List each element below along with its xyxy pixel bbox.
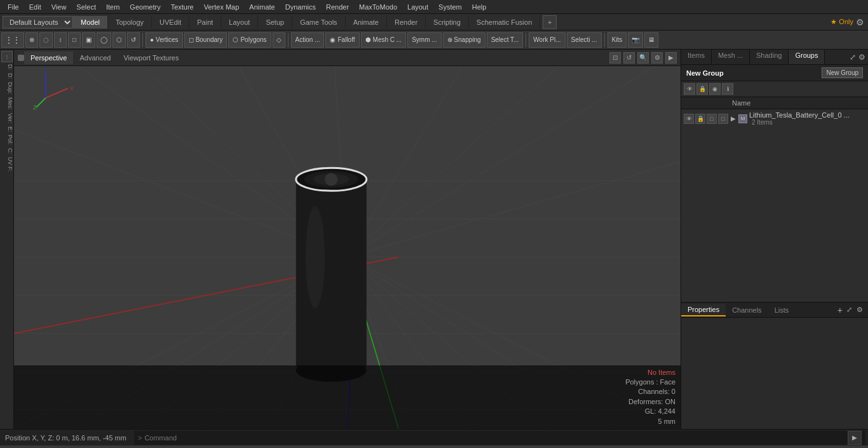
group-check-btn[interactable]: □ (707, 114, 717, 124)
command-input[interactable] (144, 434, 846, 442)
boundary-btn[interactable]: ◻ Boundary (184, 32, 227, 48)
selectt-btn[interactable]: Select T... (487, 32, 524, 48)
menu-render[interactable]: Render (321, 2, 354, 12)
rp-settings-icon[interactable]: ⚙ (858, 53, 865, 62)
bp-expand-icon[interactable]: ⤢ (846, 306, 852, 314)
tool-box2[interactable]: ▣ (82, 32, 95, 48)
menu-edit[interactable]: Edit (24, 2, 46, 12)
tab-model[interactable]: Model (73, 16, 108, 29)
viewport-canvas[interactable]: X Y Z No Items Polygons : Face Channels:… (14, 66, 681, 429)
sidebar-label-pol[interactable]: Pol: (1, 133, 13, 146)
menu-item[interactable]: Item (101, 2, 125, 12)
menu-help[interactable]: Help (467, 2, 492, 12)
sidebar-expand[interactable]: ⋮ (1, 51, 13, 62)
vertices-btn[interactable]: ● Vertices (146, 32, 183, 48)
menu-layout[interactable]: Layout (402, 2, 433, 12)
group-check2-btn[interactable]: □ (718, 114, 728, 124)
group-expand-icon[interactable]: ▶ (731, 115, 738, 122)
bp-add-btn[interactable]: + (837, 305, 843, 315)
menu-maxtomodo[interactable]: MaxToModo (354, 2, 402, 12)
gp-eye-btn[interactable]: 👁 (684, 83, 695, 95)
snapping-btn[interactable]: ⊕ Snapping (443, 32, 485, 48)
menu-dynamics[interactable]: Dynamics (280, 2, 321, 12)
new-group-button[interactable]: New Group (822, 67, 863, 78)
sidebar-label-d1[interactable]: D: (1, 63, 13, 71)
tab-gametools[interactable]: Game Tools (292, 16, 346, 29)
tab-scripting[interactable]: Scripting (426, 16, 469, 29)
group-lock-btn[interactable]: 🔒 (695, 114, 705, 124)
menu-system[interactable]: System (433, 2, 467, 12)
menu-animate[interactable]: Animate (244, 2, 280, 12)
gp-info-btn[interactable]: ℹ (722, 83, 733, 95)
rp-tab-groups[interactable]: Groups (789, 50, 825, 64)
rp-tab-shading[interactable]: Shading (750, 50, 789, 64)
bp-tab-lists[interactable]: Lists (768, 304, 796, 316)
tab-schematicfusion[interactable]: Schematic Fusion (469, 16, 540, 29)
add-tab-button[interactable]: + (543, 15, 557, 29)
viewport-dot[interactable] (18, 55, 24, 61)
rp-tab-items[interactable]: Items (681, 50, 712, 64)
menu-select[interactable]: Select (71, 2, 101, 12)
group-row[interactable]: 👁 🔒 □ □ ▶ M Lithium_Tesla_Battery_Cell_0… (681, 109, 868, 128)
tool-hex[interactable]: ⬡ (112, 32, 126, 48)
tab-layout[interactable]: Layout (221, 16, 258, 29)
bp-settings-icon[interactable]: ⚙ (857, 306, 863, 314)
tab-topology[interactable]: Topology (108, 16, 152, 29)
action-btn[interactable]: Action ... (291, 32, 325, 48)
vp-tab-textures[interactable]: Viewport Textures (117, 51, 185, 64)
sidebar-label-ver[interactable]: Ver: (1, 112, 13, 125)
tool-move[interactable]: ↕ (54, 32, 67, 48)
menu-file[interactable]: File (3, 2, 24, 12)
star-only-btn[interactable]: ★ Only (831, 18, 853, 26)
tab-render[interactable]: Render (387, 16, 426, 29)
sidebar-label-c[interactable]: C: (1, 147, 13, 155)
tab-setup[interactable]: Setup (258, 16, 292, 29)
rp-expand-icon[interactable]: ⤢ (850, 53, 856, 62)
menu-texture[interactable]: Texture (166, 2, 199, 12)
tool-dots[interactable]: ⋮⋮ (1, 32, 24, 48)
mesh-btn[interactable]: ⬢ Mesh C ... (361, 32, 407, 48)
bp-tab-properties[interactable]: Properties (681, 304, 726, 316)
vp-zoom-btn[interactable]: 🔍 (637, 52, 649, 64)
vp-refresh-btn[interactable]: ↺ (623, 52, 635, 64)
symm-btn[interactable]: Symm ... (407, 32, 441, 48)
vp-fit-btn[interactable]: ⊡ (609, 52, 621, 64)
gp-render-btn[interactable]: ◉ (709, 83, 721, 95)
sidebar-label-e[interactable]: E: (1, 125, 13, 133)
tool-lasso[interactable]: ◌ (39, 32, 53, 48)
menu-view[interactable]: View (46, 2, 72, 12)
cam1-btn[interactable]: 📷 (628, 32, 643, 48)
svg-line-20 (348, 66, 655, 257)
menu-vertexmap[interactable]: Vertex Map (199, 2, 245, 12)
edge-btn[interactable]: ◇ (273, 32, 285, 48)
vp-more-btn[interactable]: ▶ (665, 52, 677, 64)
tab-animate[interactable]: Animate (346, 16, 387, 29)
group-eye-btn[interactable]: 👁 (684, 114, 694, 124)
sidebar-label-mes[interactable]: Mes: (1, 96, 13, 111)
sidebar-label-uvf[interactable]: UV F: (1, 156, 13, 173)
vp-tab-advanced[interactable]: Advanced (73, 51, 117, 64)
tool-box1[interactable]: □ (68, 32, 81, 48)
tab-paint[interactable]: Paint (189, 16, 221, 29)
gp-lock-btn[interactable]: 🔒 (696, 83, 708, 95)
tool-globe[interactable]: ⊕ (25, 32, 38, 48)
falloff-btn[interactable]: ◉ Falloff (325, 32, 359, 48)
selecti-btn[interactable]: Selecti ... (567, 32, 602, 48)
vp-tab-perspective[interactable]: Perspective (24, 51, 73, 64)
workpl-btn[interactable]: Work Pl... (529, 32, 565, 48)
layout-selector[interactable]: Default Layouts (3, 16, 73, 29)
settings-icon[interactable]: ⚙ (856, 17, 864, 27)
rp-tab-mesh[interactable]: Mesh ... (712, 50, 750, 64)
command-execute-btn[interactable]: ▶ (848, 431, 862, 445)
sidebar-label-dup[interactable]: Dup: (1, 81, 13, 95)
sidebar-label-d2[interactable]: D: (1, 72, 13, 80)
tool-circle[interactable]: ◯ (97, 32, 111, 48)
menu-geometry[interactable]: Geometry (125, 2, 165, 12)
bp-tab-channels[interactable]: Channels (726, 304, 768, 316)
kits-btn[interactable]: Kits (607, 32, 627, 48)
cam2-btn[interactable]: 🖥 (644, 32, 658, 48)
polygons-btn[interactable]: ⬡ Polygons (228, 32, 271, 48)
tool-rotate[interactable]: ↺ (127, 32, 140, 48)
tab-uvedit[interactable]: UVEdit (152, 16, 189, 29)
vp-settings-btn[interactable]: ⚙ (651, 52, 663, 64)
